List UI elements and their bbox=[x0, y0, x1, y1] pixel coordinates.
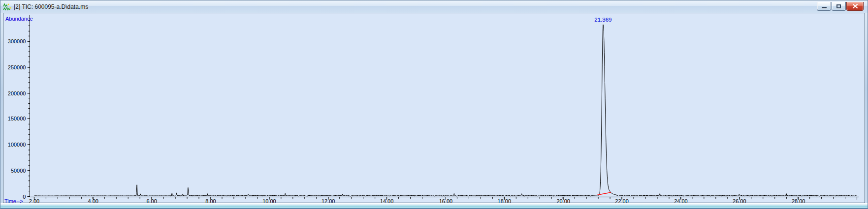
x-tick-label: 4.00 bbox=[88, 198, 98, 203]
minimize-button[interactable] bbox=[817, 2, 831, 11]
x-tick-label: 18.00 bbox=[498, 198, 511, 203]
x-tick-label: 10.00 bbox=[262, 198, 276, 203]
x-tick-label: 12.00 bbox=[321, 198, 335, 203]
window-titlebar[interactable]: [2] TIC: 600095-a.D\data.ms bbox=[0, 0, 868, 13]
restore-icon bbox=[836, 4, 841, 8]
x-tick-label: 26.00 bbox=[733, 198, 746, 203]
window-right-frame bbox=[865, 13, 868, 203]
y-tick-label: 0 bbox=[23, 194, 26, 200]
x-tick-label: 6.00 bbox=[146, 198, 157, 203]
close-icon bbox=[853, 4, 858, 8]
y-tick-label: 250000 bbox=[8, 64, 26, 70]
y-tick-label: 200000 bbox=[8, 90, 26, 96]
window-title: [2] TIC: 600095-a.D\data.ms bbox=[14, 3, 88, 10]
x-tick-label: 14.00 bbox=[380, 198, 393, 203]
x-tick-label: 2.00 bbox=[29, 198, 39, 203]
tic-chromatogram: 2.004.006.008.0010.0012.0014.0016.0018.0… bbox=[3, 13, 865, 203]
y-tick-label: 50000 bbox=[11, 168, 26, 174]
y-tick-label: 100000 bbox=[8, 142, 26, 148]
chromatogram-window: [2] TIC: 600095-a.D\data.ms 2.004.006.00… bbox=[0, 0, 868, 209]
x-tick-label: 20.00 bbox=[556, 198, 570, 203]
chromatogram-plot-area[interactable]: 2.004.006.008.0010.0012.0014.0016.0018.0… bbox=[3, 13, 865, 203]
x-tick-label: 22.00 bbox=[615, 198, 628, 203]
y-tick-label: 300000 bbox=[8, 38, 26, 44]
y-tick-label: 150000 bbox=[8, 116, 26, 121]
x-tick-label: 28.00 bbox=[792, 198, 805, 203]
x-tick-label: 16.00 bbox=[439, 198, 452, 203]
axis-lines bbox=[30, 15, 859, 197]
window-bottom-frame bbox=[0, 203, 868, 209]
integration-baseline bbox=[597, 192, 611, 195]
window-controls bbox=[816, 2, 864, 11]
x-tick-label: 8.00 bbox=[205, 198, 216, 203]
x-tick-label: 24.00 bbox=[674, 198, 687, 203]
close-button[interactable] bbox=[846, 2, 864, 11]
restore-button[interactable] bbox=[832, 2, 846, 11]
x-axis-caption: Time--> bbox=[4, 198, 23, 203]
peak-rt-label: 21.369 bbox=[594, 17, 611, 23]
y-axis-caption: Abundance bbox=[5, 16, 33, 22]
minimize-icon bbox=[822, 7, 827, 8]
tic-trace bbox=[34, 25, 856, 196]
chromatogram-icon bbox=[3, 3, 12, 11]
